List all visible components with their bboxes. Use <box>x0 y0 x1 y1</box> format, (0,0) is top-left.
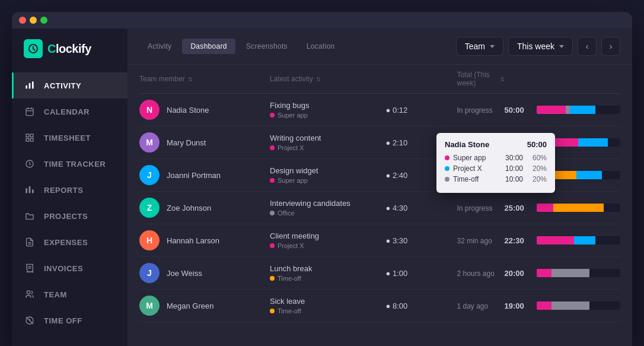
activity-title: Client meeting <box>270 231 386 240</box>
bar-segment <box>537 269 551 277</box>
table-row: Z Zoe Johnson Interviewing candidates Of… <box>139 192 620 224</box>
team-dropdown[interactable]: Team <box>456 37 503 56</box>
activity-project: Project X <box>270 242 386 249</box>
tooltip-entry: Time-off 10:00 20% <box>445 175 547 183</box>
sidebar-item-team[interactable]: TEAM <box>12 281 127 307</box>
activity-cell: Writing content Project X <box>270 134 386 151</box>
grid-icon <box>24 132 36 144</box>
svg-rect-10 <box>26 138 29 141</box>
main-content: ActivityDashboardScreenshotsLocation Tea… <box>127 28 632 346</box>
activity-project: Super app <box>270 112 386 119</box>
th-activity[interactable]: Latest activity ⇅ <box>270 71 457 87</box>
member-name: Nadia Stone <box>167 106 209 115</box>
sidebar-label-projects: PROJECTS <box>44 212 88 221</box>
time-elapsed: ● 3:30 <box>386 236 457 245</box>
team-dropdown-arrow <box>490 45 495 48</box>
sidebar: Clockify ACTIVITY CALENDAR TIMESHEET TIM… <box>12 28 127 346</box>
table-body: N Nadia Stone Fixing bugs Super app ● 0:… <box>139 94 620 322</box>
progress-bar <box>537 301 621 310</box>
tooltip-project-time: 10:00 <box>505 164 527 173</box>
sidebar-item-timesheet[interactable]: TIMESHEET <box>12 125 127 151</box>
team-label: Team <box>465 42 485 51</box>
tab-screenshots[interactable]: Screenshots <box>238 39 296 54</box>
status-cell: In progress <box>457 104 505 115</box>
calendar-icon <box>24 106 36 118</box>
top-bar: ActivityDashboardScreenshotsLocation Tea… <box>127 28 632 65</box>
progress-bar <box>537 236 621 245</box>
table-row: M Megan Green Sick leave Time-off ● 8:00… <box>139 290 620 322</box>
time-elapsed: ● 1:00 <box>386 269 457 278</box>
sidebar-item-expenses[interactable]: EXPENSES <box>12 229 127 255</box>
project-dot <box>270 243 275 248</box>
period-dropdown-arrow <box>559 45 564 48</box>
sidebar-item-projects[interactable]: PROJECTS <box>12 203 127 229</box>
time-cell: ● 1:00 <box>386 269 457 278</box>
status-badge: In progress <box>457 106 493 115</box>
status-cell: 2 hours ago <box>457 268 505 278</box>
project-dot <box>270 276 275 281</box>
activity-title: Fixing bugs <box>270 101 386 110</box>
status-badge: 1 day ago <box>457 302 489 310</box>
svg-rect-7 <box>26 134 29 137</box>
sidebar-label-reports: REPORTS <box>44 186 83 195</box>
progress-bar <box>537 204 621 212</box>
member-cell: H Hannah Larson <box>139 230 270 250</box>
progress-bar <box>537 269 621 277</box>
tooltip-project-time: 30:00 <box>505 154 527 162</box>
svg-rect-2 <box>32 81 34 88</box>
title-bar <box>12 12 632 28</box>
svg-point-19 <box>27 291 30 294</box>
member-cell: Z Zoe Johnson <box>139 198 270 218</box>
tooltip-project-time: 10:00 <box>505 175 527 183</box>
table-row: J Joe Weiss Lunch break Time-off ● 1:00 … <box>139 257 620 290</box>
period-dropdown[interactable]: This week <box>508 37 573 56</box>
sidebar-item-calendar[interactable]: CALENDAR <box>12 99 127 125</box>
bar-cell: 50:00 <box>505 106 621 115</box>
maximize-dot[interactable] <box>40 17 47 24</box>
member-cell: M Mary Dunst <box>139 132 270 153</box>
time-cell: ● 0:12 <box>386 106 457 115</box>
status-cell: In progress <box>457 202 505 213</box>
sidebar-item-time-off[interactable]: TIME OFF <box>12 307 127 334</box>
project-dot <box>270 309 275 313</box>
sidebar-item-time-tracker[interactable]: TIME TRACKER <box>12 151 127 177</box>
activity-cell: Interviewing candidates Office <box>270 199 386 217</box>
activity-cell: Sick leave Time-off <box>270 297 386 315</box>
th-member[interactable]: Team member ⇅ <box>139 71 270 87</box>
th-total[interactable]: Total (This week) ⇅ <box>457 71 505 87</box>
svg-rect-1 <box>29 83 31 88</box>
tab-location[interactable]: Location <box>298 39 343 54</box>
sidebar-label-team: TEAM <box>44 290 67 299</box>
minimize-dot[interactable] <box>30 17 37 24</box>
member-name: Joanni Portman <box>167 171 221 180</box>
bar-cell: 20:00 <box>505 269 621 278</box>
tooltip-total: 50:00 <box>527 140 547 149</box>
avatar: M <box>139 296 160 316</box>
status-badge: 32 min ago <box>457 237 492 245</box>
bar-segment <box>551 269 589 277</box>
total-value: 22:30 <box>505 236 531 245</box>
member-cell: J Joe Weiss <box>139 263 270 283</box>
svg-rect-8 <box>30 134 33 137</box>
svg-rect-12 <box>25 188 27 193</box>
close-dot[interactable] <box>19 17 26 24</box>
sidebar-item-reports[interactable]: REPORTS <box>12 177 127 203</box>
prev-button[interactable]: ‹ <box>578 37 597 56</box>
activity-title: Lunch break <box>270 264 386 273</box>
tab-activity[interactable]: Activity <box>139 39 180 54</box>
clock-icon <box>24 158 36 170</box>
table-row: H Hannah Larson Client meeting Project X… <box>139 224 620 257</box>
project-dot <box>270 178 275 183</box>
sidebar-item-activity[interactable]: ACTIVITY <box>12 72 127 99</box>
tooltip-entries: Super app 30:00 60% Project X 10:00 20% … <box>445 154 547 183</box>
tab-dashboard[interactable]: Dashboard <box>182 39 235 54</box>
logo-area: Clockify <box>12 28 127 68</box>
sidebar-item-invoices[interactable]: INVOICES <box>12 255 127 281</box>
tooltip-project-dot <box>445 155 449 160</box>
bar-segment <box>566 106 570 114</box>
member-cell: M Megan Green <box>139 296 270 316</box>
next-button[interactable]: › <box>601 37 620 56</box>
tooltip-project-dot <box>445 177 449 182</box>
avatar: M <box>139 132 160 153</box>
receipt-icon <box>24 262 36 274</box>
